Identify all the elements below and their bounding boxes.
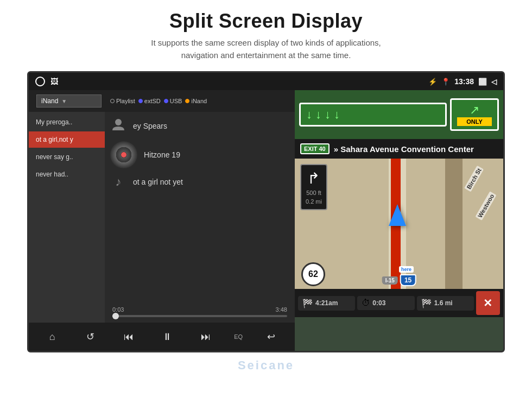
here-logo: here xyxy=(399,266,414,273)
artist-icon xyxy=(110,117,126,135)
artist-row: ey Spears xyxy=(110,117,289,135)
highway-signs: ↓ ↓ ↓ ↓ ↗ ONLY xyxy=(295,90,503,139)
playback-controls: ⌂ ↺ ⏮ ⏸ ⏭ EQ ↩ xyxy=(29,323,295,351)
music-body: My preroga.. ot a girl,not y never say g… xyxy=(29,112,295,323)
eta-arrival: 4:21am xyxy=(315,299,338,307)
track-name: ot a girl not yet xyxy=(133,178,183,186)
page-header: Split Screen Display It supports the sam… xyxy=(0,0,532,67)
highway-shield: I-15 15 xyxy=(382,274,416,286)
chevron-down-icon: ▼ xyxy=(61,98,67,104)
highway-label: I-15 xyxy=(382,276,398,285)
status-right: ⚡ 📍 13:38 ⬜ ◁ xyxy=(428,77,497,86)
arrow-right-up-icon: ↗ xyxy=(457,103,492,117)
progress-thumb xyxy=(112,313,119,319)
circle-icon xyxy=(35,77,45,86)
source-tab-inand[interactable]: iNand xyxy=(185,98,207,104)
nav-eta-start: 🏁 4:21am xyxy=(298,296,355,311)
artist-name: ey Spears xyxy=(133,122,167,130)
road-vertical xyxy=(445,159,463,289)
source-tab-extsd[interactable]: extSD xyxy=(138,98,161,104)
time-current: 0:03 xyxy=(112,306,124,313)
playlist-item-3[interactable]: never had.. xyxy=(29,166,105,182)
only-badge: ONLY xyxy=(457,117,492,126)
radio-inand-icon xyxy=(185,99,189,103)
play-pause-button[interactable]: ⏸ xyxy=(157,327,177,346)
playlist-item-2[interactable]: never say g.. xyxy=(29,149,105,165)
bluetooth-icon: ⚡ xyxy=(428,78,437,86)
screen-icon: ⬜ xyxy=(478,78,487,86)
turn-indicator: ↱ 500 ft 0.2 mi xyxy=(300,164,327,210)
source-tab-usb[interactable]: USB xyxy=(164,98,182,104)
progress-area: 0:03 3:48 xyxy=(110,306,289,317)
eta-distance: 1.6 mi xyxy=(434,299,453,307)
back-button[interactable]: ↩ xyxy=(262,327,281,346)
home-button[interactable]: ⌂ xyxy=(42,327,62,346)
eta-elapsed: 0:03 xyxy=(372,299,385,307)
vinyl-disc-icon xyxy=(110,141,137,168)
repeat-button[interactable]: ↺ xyxy=(81,327,100,346)
page-title: Split Screen Display xyxy=(0,10,532,33)
playlist-item-1[interactable]: ot a girl,not y xyxy=(29,131,105,148)
back-icon: ◁ xyxy=(491,78,497,86)
status-time: 13:38 xyxy=(454,77,474,86)
music-panel: iNand ▼ Playlist extSD USB xyxy=(29,90,295,351)
nav-close-button[interactable]: ✕ xyxy=(476,291,500,315)
exit-destination: » Sahara Avenue Convention Center xyxy=(334,144,474,154)
flag-end-icon: 🏁 xyxy=(421,298,432,308)
highway-sign-right: ↗ ONLY xyxy=(450,98,499,131)
turn-icon: ↱ xyxy=(307,169,320,187)
map-area: Birch St Westwoo ↱ 500 ft 0.2 mi here 62… xyxy=(295,159,503,289)
status-left: 🖼 xyxy=(35,77,58,86)
nav-direction-arrow xyxy=(389,204,406,226)
nav-eta-elapsed: ⏱ 0:03 xyxy=(357,296,414,310)
source-tabs: Playlist extSD USB iNand xyxy=(110,98,292,104)
flag-start-icon: 🏁 xyxy=(302,298,313,308)
arrow-down-1: ↓ xyxy=(306,108,312,122)
split-container: iNand ▼ Playlist extSD USB xyxy=(29,90,503,351)
svg-point-0 xyxy=(115,119,122,125)
progress-bar[interactable] xyxy=(112,315,287,317)
album-row: Hitzone 19 xyxy=(110,141,289,168)
source-selector[interactable]: iNand ▼ xyxy=(36,94,102,108)
source-tab-playlist[interactable]: Playlist xyxy=(110,98,135,104)
track-row: ♪ ot a girl not yet xyxy=(110,175,289,189)
arrow-down-4: ↓ xyxy=(334,108,340,122)
playlist-sidebar: My preroga.. ot a girl,not y never say g… xyxy=(29,112,105,323)
location-icon: 📍 xyxy=(441,78,450,86)
nav-panel: ↓ ↓ ↓ ↓ ↗ ONLY EXIT 40 » Sahara Avenue C… xyxy=(295,90,503,351)
player-main: ey Spears Hitzone 19 ♪ ot a girl not yet xyxy=(105,112,295,323)
radio-extsd-icon xyxy=(138,99,143,103)
turn-distance-mi: 0.2 mi xyxy=(306,198,322,205)
time-total: 3:48 xyxy=(276,306,287,313)
device-frame: 🖼 ⚡ 📍 13:38 ⬜ ◁ iNand ▼ Playlist xyxy=(27,71,505,352)
turn-distance: 500 ft xyxy=(306,190,321,196)
playlist-item-0[interactable]: My preroga.. xyxy=(29,114,105,130)
music-note-icon: ♪ xyxy=(110,175,126,189)
player-info: ey Spears Hitzone 19 ♪ ot a girl not yet xyxy=(110,117,289,189)
arrow-down-3: ↓ xyxy=(325,108,331,122)
status-bar: 🖼 ⚡ 📍 13:38 ⬜ ◁ xyxy=(29,73,503,90)
exit-banner: EXIT 40 » Sahara Avenue Convention Cente… xyxy=(295,139,503,159)
arrow-down-2: ↓ xyxy=(315,108,321,122)
image-icon: 🖼 xyxy=(50,77,58,86)
nav-eta-distance: 🏁 1.6 mi xyxy=(417,296,474,311)
clock-icon: ⏱ xyxy=(362,298,370,308)
nav-bottom-bar: 🏁 4:21am ⏱ 0:03 🏁 1.6 mi ✕ xyxy=(295,289,503,317)
radio-playlist-icon xyxy=(110,99,115,103)
page-subtitle: It supports the same screen display of t… xyxy=(0,37,532,61)
radio-usb-icon xyxy=(164,99,168,103)
source-label: iNand xyxy=(41,97,58,105)
highway-number: 15 xyxy=(400,274,416,286)
eq-button[interactable]: EQ xyxy=(234,333,243,340)
highway-sign-green: ↓ ↓ ↓ ↓ xyxy=(299,103,447,127)
time-row: 0:03 3:48 xyxy=(112,306,287,313)
speed-limit-badge: 62 xyxy=(301,262,325,286)
next-button[interactable]: ⏭ xyxy=(196,327,216,346)
prev-button[interactable]: ⏮ xyxy=(119,327,138,346)
album-name: Hitzone 19 xyxy=(144,150,180,159)
exit-badge: EXIT 40 xyxy=(300,143,330,154)
